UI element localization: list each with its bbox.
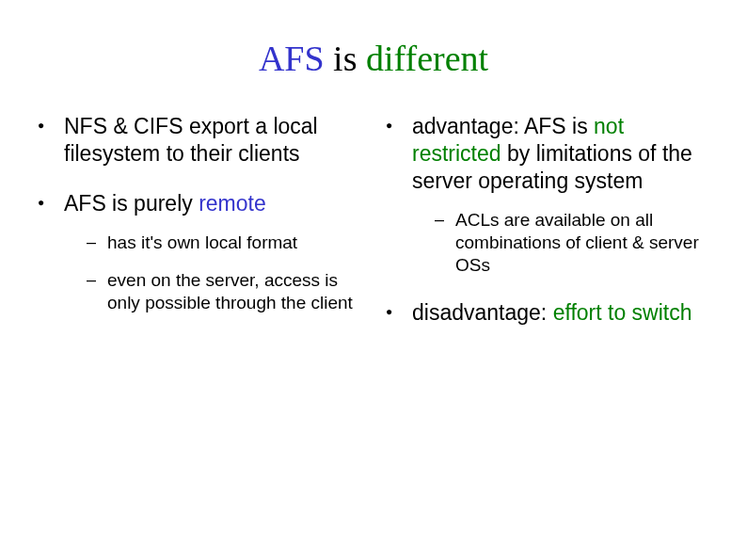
title-segment: different <box>366 39 488 78</box>
slide-columns: NFS & CIFS export a local filesystem to … <box>38 113 709 348</box>
title-segment: is <box>325 39 366 78</box>
left-column: NFS & CIFS export a local filesystem to … <box>38 113 361 348</box>
right-bullet: advantage: AFS is not restricted by limi… <box>386 113 709 277</box>
right-bullet-text-segment: disadvantage: <box>412 300 553 325</box>
slide-title: AFS is different <box>38 38 709 79</box>
right-column: advantage: AFS is not restricted by limi… <box>386 113 709 348</box>
title-segment: AFS <box>259 39 325 78</box>
left-sub-bullet: even on the server, access is only possi… <box>87 269 361 314</box>
left-bullet: NFS & CIFS export a local filesystem to … <box>38 113 361 168</box>
left-sub-bullet: has it's own local format <box>87 232 361 254</box>
right-sub-bullet: ACLs are available on all combinations o… <box>435 209 709 276</box>
right-bullet: disadvantage: effort to switch <box>386 299 709 327</box>
right-sub-bullet-text-segment: ACLs are available on all combinations o… <box>455 210 699 275</box>
left-bullet-text-segment: remote <box>199 191 266 216</box>
left-sub-bullet-text-segment: has it's own local format <box>107 232 297 252</box>
left-bullet-text-segment: AFS is purely <box>64 191 199 216</box>
right-bullet-text-segment: effort to switch <box>553 300 692 325</box>
right-sub-list: ACLs are available on all combinations o… <box>412 209 709 276</box>
right-list: advantage: AFS is not restricted by limi… <box>386 113 709 326</box>
left-sub-bullet-text-segment: even on the server, access is only possi… <box>107 270 353 312</box>
slide: AFS is different NFS & CIFS export a loc… <box>0 0 747 560</box>
left-sub-list: has it's own local formateven on the ser… <box>64 232 361 313</box>
left-bullet-text-segment: NFS & CIFS export a local filesystem to … <box>64 114 318 166</box>
left-list: NFS & CIFS export a local filesystem to … <box>38 113 361 314</box>
right-bullet-text-segment: advantage: AFS is <box>412 114 594 138</box>
left-bullet: AFS is purely remotehas it's own local f… <box>38 190 361 314</box>
